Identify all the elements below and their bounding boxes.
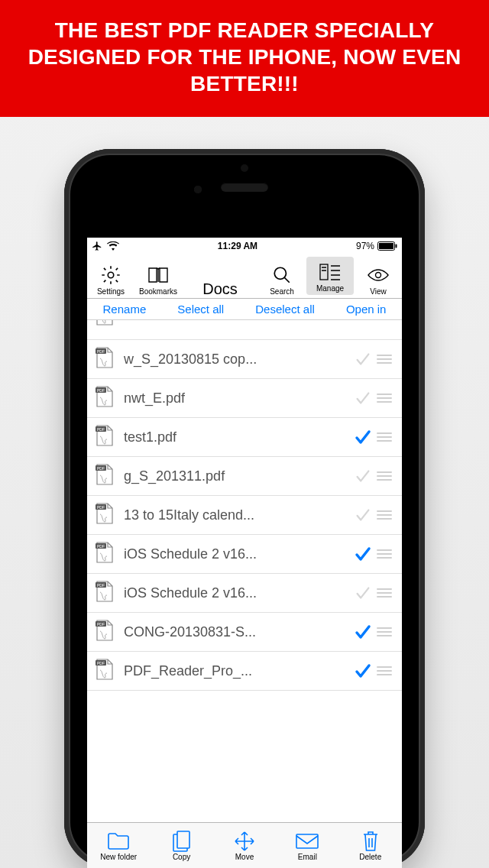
- file-name: w_S_20130815 cop...: [116, 351, 351, 368]
- email-icon: [295, 830, 319, 853]
- screen: 11:29 AM 97% Settings Bookmarks: [87, 238, 402, 868]
- search-icon: [272, 264, 292, 287]
- selection-check[interactable]: [351, 428, 374, 446]
- file-name: PDF_Reader_Pro_...: [116, 663, 351, 679]
- email-button[interactable]: Email: [280, 830, 334, 861]
- pdf-file-icon: PDF: [95, 502, 116, 528]
- file-row[interactable]: PDF w_S_20130815 cop...: [87, 340, 402, 379]
- reorder-grip[interactable]: [374, 432, 396, 442]
- battery-percentage: 97%: [356, 241, 374, 251]
- selection-check[interactable]: [351, 545, 374, 563]
- manage-label: Manage: [316, 284, 344, 293]
- svg-text:PDF: PDF: [97, 544, 105, 549]
- file-list[interactable]: PDF w_S_20130815.pdf PDF w_S_20130815 co…: [87, 320, 402, 822]
- file-name: nwt_E.pdf: [116, 390, 351, 406]
- promo-banner: THE BEST PDF READER SPECIALLY DESIGNED F…: [0, 0, 489, 117]
- file-row[interactable]: PDF nwt_E.pdf: [87, 379, 402, 418]
- move-button[interactable]: Move: [218, 830, 271, 861]
- file-name: 13 to 15Italy calend...: [116, 507, 351, 523]
- copy-icon: [171, 830, 193, 853]
- proximity-sensor: [241, 164, 248, 172]
- svg-text:PDF: PDF: [97, 661, 105, 666]
- selection-check[interactable]: [351, 390, 374, 406]
- svg-rect-27: [177, 831, 189, 848]
- trash-icon: [361, 830, 380, 853]
- selection-check[interactable]: [351, 468, 374, 484]
- reorder-grip[interactable]: [374, 549, 396, 559]
- svg-rect-1: [379, 243, 393, 249]
- file-row[interactable]: PDF w_S_20130815.pdf: [87, 320, 402, 340]
- pdf-file-icon: PDF: [95, 385, 116, 411]
- pdf-file-icon: PDF: [95, 541, 116, 567]
- airplane-mode-icon: [92, 241, 102, 251]
- pdf-file-icon: PDF: [95, 320, 116, 329]
- status-time: 11:29 AM: [218, 241, 257, 251]
- file-name: iOS Schedule 2 v16...: [116, 546, 351, 562]
- search-label: Search: [270, 287, 294, 296]
- reorder-grip[interactable]: [374, 471, 396, 481]
- file-row[interactable]: PDF iOS Schedule 2 v16...: [87, 574, 402, 613]
- file-row[interactable]: PDF g_S_201311.pdf: [87, 457, 402, 496]
- file-row[interactable]: PDF test1.pdf: [87, 418, 402, 457]
- reorder-grip[interactable]: [374, 666, 396, 675]
- wifi-icon: [107, 241, 119, 251]
- svg-point-4: [274, 267, 286, 279]
- reorder-grip[interactable]: [374, 510, 396, 520]
- eye-icon: [367, 264, 390, 287]
- pdf-file-icon: PDF: [95, 658, 116, 684]
- battery-icon: [377, 241, 397, 251]
- selection-check[interactable]: [351, 623, 374, 641]
- svg-rect-2: [396, 245, 397, 248]
- selection-check[interactable]: [351, 662, 374, 680]
- search-button[interactable]: Search: [258, 264, 306, 298]
- file-name: iOS Schedule 2 v16...: [116, 585, 351, 601]
- selection-check[interactable]: [351, 585, 374, 601]
- bookmarks-button[interactable]: Bookmarks: [134, 264, 182, 298]
- page-title-wrap: Docs: [182, 280, 258, 298]
- move-icon: [233, 830, 256, 853]
- status-bar: 11:29 AM 97%: [87, 238, 402, 254]
- settings-button[interactable]: Settings: [87, 264, 134, 298]
- copy-button[interactable]: Copy: [155, 830, 209, 861]
- view-button[interactable]: View: [355, 264, 402, 298]
- manage-icon: [319, 261, 342, 283]
- copy-label: Copy: [173, 853, 190, 861]
- svg-rect-28: [296, 834, 318, 848]
- delete-button[interactable]: Delete: [344, 830, 397, 861]
- phone-frame: 11:29 AM 97% Settings Bookmarks: [64, 149, 425, 868]
- svg-text:PDF: PDF: [97, 466, 105, 471]
- selection-check[interactable]: [351, 351, 374, 368]
- svg-point-6: [376, 273, 381, 278]
- top-toolbar: Settings Bookmarks Docs Search: [87, 254, 402, 299]
- selection-check[interactable]: [351, 320, 374, 322]
- pdf-file-icon: PDF: [95, 346, 116, 372]
- file-row[interactable]: PDF iOS Schedule 2 v16...: [87, 535, 402, 574]
- file-row[interactable]: PDF 13 to 15Italy calend...: [87, 496, 402, 535]
- rename-action[interactable]: Rename: [103, 303, 147, 316]
- reorder-grip[interactable]: [374, 588, 396, 598]
- file-row[interactable]: PDF PDF_Reader_Pro_...: [87, 652, 402, 691]
- file-row[interactable]: PDF CONG-20130831-S...: [87, 613, 402, 652]
- manage-button[interactable]: Manage: [306, 257, 354, 295]
- settings-label: Settings: [97, 287, 125, 296]
- front-camera: [194, 186, 202, 193]
- open-in-action[interactable]: Open in: [346, 303, 387, 316]
- new-folder-button[interactable]: New folder: [92, 830, 145, 861]
- pdf-file-icon: PDF: [95, 463, 116, 489]
- deselect-all-action[interactable]: Deselect all: [255, 303, 315, 316]
- reorder-grip[interactable]: [374, 627, 396, 636]
- pdf-file-icon: PDF: [95, 424, 116, 450]
- reorder-grip[interactable]: [374, 355, 396, 364]
- selection-check[interactable]: [351, 507, 374, 523]
- book-icon: [147, 264, 170, 287]
- svg-text:PDF: PDF: [97, 622, 105, 627]
- select-all-action[interactable]: Select all: [177, 303, 224, 316]
- manage-action-row: Rename Select all Deselect all Open in: [87, 299, 402, 320]
- file-name: g_S_201311.pdf: [116, 468, 351, 484]
- file-name: test1.pdf: [116, 429, 351, 445]
- reorder-grip[interactable]: [374, 394, 396, 403]
- svg-text:PDF: PDF: [97, 583, 105, 588]
- move-label: Move: [235, 853, 254, 861]
- new-folder-label: New folder: [100, 853, 137, 861]
- file-name: CONG-20130831-S...: [116, 624, 351, 640]
